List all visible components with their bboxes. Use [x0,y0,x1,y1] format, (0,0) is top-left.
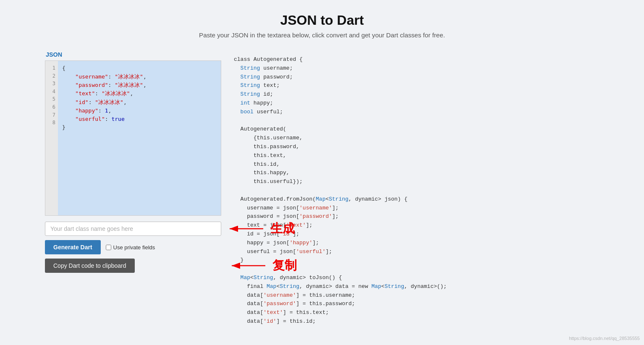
page-header: JSON to Dart Paste your JSON in the text… [0,0,644,47]
code-output: class Autogenerated { String username; S… [234,51,599,330]
generate-annotation: 生成 [270,220,295,237]
controls-row: Generate Dart Use private fields [45,240,221,254]
private-fields-label[interactable]: Use private fields [106,244,155,251]
main-content: JSON 1 2 3 4 5 6 7 8 { "username": "冰冰冰冰… [28,47,616,339]
class-name-input[interactable] [45,222,221,236]
arrow-to-input [225,220,267,237]
copy-annotation: 复制 [272,257,297,274]
line-numbers: 1 2 3 4 5 6 7 8 [45,61,58,215]
input-wrapper: 生成 [45,222,221,236]
copy-dart-button[interactable]: Copy Dart code to clipboard [45,259,135,273]
left-panel: JSON 1 2 3 4 5 6 7 8 { "username": "冰冰冰冰… [45,51,221,330]
json-content[interactable]: { "username": "冰冰冰冰", "password": "冰冰冰冰"… [58,61,221,215]
page-subtitle: Paste your JSON in the textarea below, c… [8,31,636,39]
json-editor: 1 2 3 4 5 6 7 8 { "username": "冰冰冰冰", "p… [45,60,221,216]
page-title: JSON to Dart [8,13,636,28]
arrow-to-copy [228,257,270,274]
watermark: https://blog.csdn.net/qq_28535555 [569,336,640,341]
private-fields-checkbox[interactable] [106,245,111,250]
json-label: JSON [45,51,221,58]
generate-dart-button[interactable]: Generate Dart [45,240,101,254]
controls-area: 生成 Generate Dart Use private fields Copy… [45,222,221,273]
copy-btn-wrapper: Copy Dart code to clipboard 复制 [45,259,221,273]
right-panel: class Autogenerated { String username; S… [234,51,599,330]
